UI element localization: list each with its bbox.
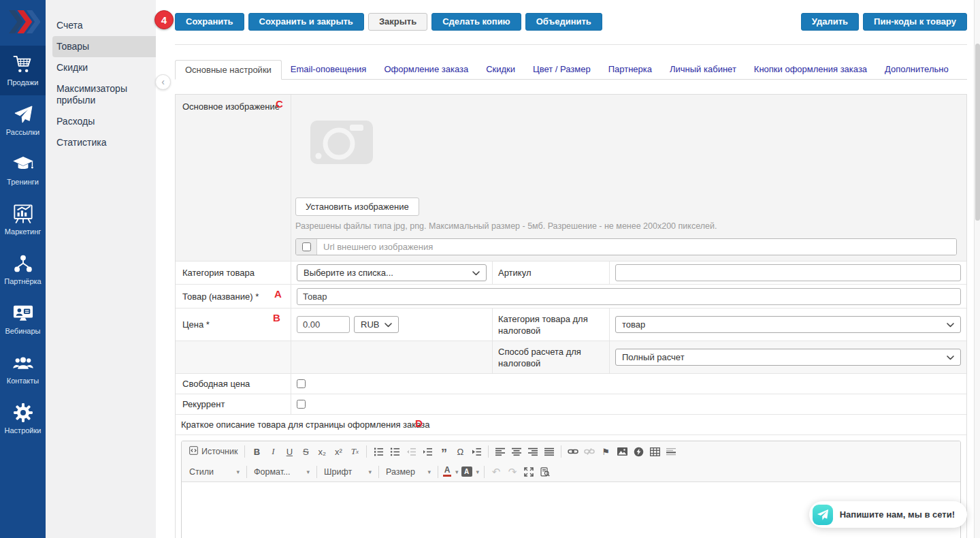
remove-format-button[interactable]: Tx [346,443,363,460]
size-dropdown[interactable]: Размер▾ [382,464,434,479]
price-input[interactable] [297,316,350,333]
category-select[interactable]: Выберите из списка... [297,264,487,281]
currency-select[interactable]: RUB [354,316,399,333]
app-logo[interactable] [0,0,46,46]
annotation-step-badge: 4 [154,10,174,29]
source-button[interactable]: Источник [186,443,241,460]
tab-personal-account[interactable]: Личный кабинет [661,60,745,79]
external-url-checkbox[interactable] [302,242,311,251]
sidebar-item-settings[interactable]: Настройки [0,394,46,443]
tax-method-select[interactable]: Полный расчет [615,349,961,366]
align-center-button[interactable] [508,443,525,460]
italic-button[interactable]: I [265,443,281,460]
product-name-input[interactable] [297,288,961,305]
free-price-checkbox[interactable] [297,379,306,388]
redo-button[interactable]: ↷ [504,464,521,480]
sidebar-item-webinars[interactable]: Вебинары [0,294,46,344]
save-and-close-button[interactable]: Сохранить и закрыть [248,13,364,31]
sidebar-item-affiliate[interactable]: Партнёрка [0,244,46,294]
price-row: Цена * RUB Категория товара для налогово… [176,308,966,341]
tab-additional[interactable]: Дополнительно [876,60,958,79]
underline-button[interactable]: U [281,443,297,460]
bullet-list-button[interactable] [387,443,403,460]
numbered-list-button[interactable] [370,443,387,460]
external-url-checkbox-addon [296,239,317,255]
submenu-item-statistics[interactable]: Статистика [46,132,156,153]
save-button[interactable]: Сохранить [175,13,244,31]
undo-button[interactable]: ↶ [488,464,504,480]
unlink-button[interactable] [581,443,598,460]
blockquote-button[interactable]: ” [436,443,452,460]
make-copy-button[interactable]: Сделать копию [431,13,521,31]
merge-button[interactable]: Объединить [525,13,602,31]
camera-placeholder-icon [310,115,373,166]
secondary-sidebar: Счета Товары Скидки Максимизаторы прибыл… [46,0,156,538]
toolbar-divider [175,44,967,45]
tax-category-select[interactable]: товар [615,316,961,333]
sidebar-collapse-button[interactable]: ‹ [155,74,171,90]
align-left-button[interactable] [492,443,508,460]
link-button[interactable] [565,443,581,460]
main-image-label: Основное изображение [176,95,291,261]
page-scrollbar[interactable] [974,0,980,538]
format-dropdown[interactable]: Формат...▾ [250,464,313,479]
styles-dropdown[interactable]: Стили▾ [186,464,243,479]
insert-image-button[interactable] [614,443,630,460]
sidebar-item-mailings[interactable]: Рассылки [0,95,46,145]
preview-button[interactable] [537,464,553,480]
sidebar-item-contacts[interactable]: Контакты [0,344,46,394]
horizontal-rule-button[interactable] [663,443,679,460]
tab-main-settings[interactable]: Основные настройки [175,60,282,80]
page-break-button[interactable] [468,443,485,460]
sku-input[interactable] [615,264,961,281]
submenu-item-expenses[interactable]: Расходы [46,111,156,132]
font-dropdown[interactable]: Шрифт▾ [321,464,375,479]
tab-color-size[interactable]: Цвет / Размер [524,60,600,79]
superscript-button[interactable]: x² [330,443,346,460]
external-image-url-input[interactable] [317,239,956,255]
chevron-down-icon: ▾ [236,469,240,475]
submenu-item-discounts[interactable]: Скидки [46,57,156,78]
sidebar-item-trainings[interactable]: Тренинги [0,145,46,195]
recurrent-label: Рекуррент [176,394,291,414]
recurrent-checkbox[interactable] [297,400,306,409]
tab-order-buttons[interactable]: Кнопки оформления заказа [745,60,876,79]
scrollbar-thumb[interactable] [975,44,980,221]
sidebar-item-label: Вебинары [5,327,41,335]
strikethrough-button[interactable]: S [297,443,314,460]
text-color-button[interactable]: A ▾ [442,464,460,480]
maximize-button[interactable] [521,464,537,480]
special-char-button[interactable]: Ω [452,443,468,460]
annotation-mark-b: B [273,312,280,323]
category-label: Категория товара [176,262,291,284]
chat-widget[interactable]: Напишите нам, мы в сети! [809,501,967,528]
sidebar-item-marketing[interactable]: Маркетинг [0,195,46,244]
tab-email-notifications[interactable]: Email-оповещения [282,60,376,79]
set-image-button[interactable]: Установить изображение [295,197,419,216]
bg-color-button[interactable]: A ▾ [460,464,481,480]
align-justify-button[interactable] [541,443,557,460]
insert-table-button[interactable] [647,443,663,460]
submenu-item-maximizers[interactable]: Максимизаторы прибыли [46,78,156,111]
chevron-down-icon: ▾ [306,469,310,475]
close-button[interactable]: Закрыть [368,13,427,31]
delete-button[interactable]: Удалить [801,13,859,31]
toolbar-spacer [606,13,797,31]
subscript-button[interactable]: x₂ [314,443,330,460]
flash-button[interactable] [630,443,647,460]
chevron-down-icon [385,319,392,330]
indent-button[interactable] [419,443,436,460]
submenu-item-products[interactable]: Товары [52,36,156,57]
tab-affiliate[interactable]: Партнерка [600,60,661,79]
main-content: Сохранить Сохранить и закрыть Закрыть Сд… [156,0,980,538]
bold-button[interactable]: B [248,443,265,460]
outdent-button[interactable] [403,443,419,460]
sidebar-item-sales[interactable]: Продажи [0,46,46,95]
align-right-button[interactable] [525,443,541,460]
pin-codes-button[interactable]: Пин-коды к товару [863,13,967,31]
webinar-screen-icon [13,303,33,323]
submenu-item-accounts[interactable]: Счета [46,15,156,36]
anchor-flag-button[interactable]: ⚑ [598,443,614,460]
tab-discounts[interactable]: Скидки [477,60,524,79]
tab-order-form[interactable]: Оформление заказа [375,60,477,79]
